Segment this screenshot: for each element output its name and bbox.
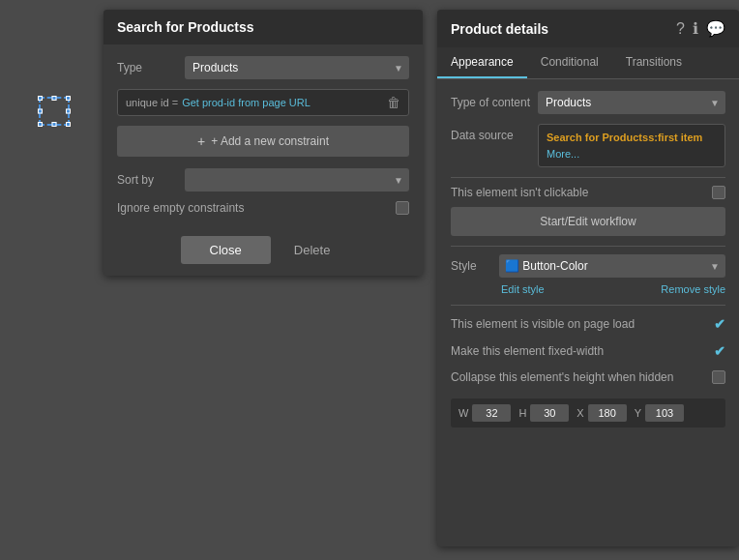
ignore-checkbox[interactable] [396,201,409,215]
divider-1 [451,177,725,178]
uid-label: unique id = [126,97,178,108]
fixed-check[interactable]: ✔ [714,343,725,359]
left-panel-header: Search for Productss [103,10,423,44]
delete-button[interactable]: Delete [279,236,346,264]
type-select[interactable]: Products [185,56,409,79]
chat-icon[interactable]: 💬 [706,19,725,38]
style-label: Style [451,259,499,273]
uid-delete-icon[interactable]: 🗑 [387,95,400,110]
handle-tr[interactable] [66,96,71,101]
style-select-wrapper: 🟦 Button-Color ▼ [499,254,725,278]
x-group: X [576,404,626,422]
sort-select[interactable] [185,168,409,192]
handle-bm[interactable] [52,122,57,127]
right-panel-title: Product details [451,21,548,37]
close-button[interactable]: Close [181,236,271,264]
data-source-text: Search for Productss:first item [547,132,702,143]
type-select-wrapper: Products ▼ [185,56,409,79]
visible-row: This element is visible on page load ✔ [451,313,725,335]
button-row: Close Delete [117,230,409,264]
sort-row: Sort by ▼ [117,168,409,192]
type-label: Type [117,61,185,74]
visible-check[interactable]: ✔ [714,316,725,332]
clickable-row: This element isn't clickable [451,186,725,199]
collapse-row: Collapse this element's height when hidd… [451,368,725,387]
y-input[interactable] [645,404,684,422]
start-workflow-button[interactable]: Start/Edit workflow [451,207,725,236]
right-panel: Product details ? ℹ 💬 Appearance Conditi… [437,10,739,546]
uid-value[interactable]: Get prod-id from page URL [182,97,387,108]
right-panel-header: Product details ? ℹ 💬 [437,10,739,47]
data-source-more[interactable]: More... [547,148,579,160]
w-input[interactable] [472,404,511,422]
type-of-content-select-wrapper: Products ▼ [538,91,725,114]
h-group: H [518,404,569,422]
add-constraint-button[interactable]: + + Add a new constraint [117,126,409,157]
left-panel-body: Type Products ▼ unique id = Get prod-id … [103,44,423,276]
add-constraint-label: + Add a new constraint [211,134,329,148]
coords-row: W H X Y [451,398,725,427]
header-icons: ? ℹ 💬 [676,19,725,38]
collapse-label: Collapse this element's height when hidd… [451,370,673,384]
style-row: Style 🟦 Button-Color ▼ [451,254,725,278]
tab-transitions[interactable]: Transitions [612,47,695,78]
fixed-row: Make this element fixed-width ✔ [451,340,725,362]
handle-rm[interactable] [66,109,71,114]
remove-style-button[interactable]: Remove style [661,283,725,295]
x-label: X [576,407,583,419]
w-label: W [458,407,468,419]
type-of-content-row: Type of content Products ▼ [451,91,725,114]
ignore-row: Ignore empty constraints [117,201,409,215]
tab-conditional[interactable]: Conditional [527,47,612,78]
h-label: H [518,407,526,419]
handle-bl[interactable] [38,122,43,127]
type-of-content-label: Type of content [451,91,538,109]
fixed-label: Make this element fixed-width [451,344,604,358]
tabs-row: Appearance Conditional Transitions [437,47,739,79]
collapse-toggle[interactable] [712,370,725,384]
handle-br[interactable] [66,122,71,127]
type-row: Type Products ▼ [117,56,409,79]
help-icon[interactable]: ? [676,20,685,38]
edit-remove-row: Edit style Remove style [451,283,725,295]
sort-select-wrapper: ▼ [185,168,409,192]
data-source-box[interactable]: Search for Productss:first item More... [538,124,725,167]
style-select[interactable]: 🟦 Button-Color [499,254,725,278]
y-label: Y [635,407,641,419]
data-source-row: Data source Search for Productss:first i… [451,124,725,167]
data-source-label: Data source [451,124,538,142]
visible-label: This element is visible on page load [451,317,635,331]
info-icon[interactable]: ℹ [693,19,698,38]
edit-style-button[interactable]: Edit style [501,283,545,295]
divider-2 [451,246,725,247]
right-panel-body: Type of content Products ▼ Data source S… [437,79,739,439]
divider-3 [451,305,725,306]
type-of-content-value: Products ▼ [538,91,725,114]
unique-id-row: unique id = Get prod-id from page URL 🗑 [117,89,409,116]
handle-lm[interactable] [38,109,43,114]
sort-label: Sort by [117,173,185,187]
tab-appearance[interactable]: Appearance [437,47,527,78]
plus-icon: + [197,133,205,149]
left-panel-title: Search for Productss [117,19,254,35]
w-group: W [458,404,511,422]
left-panel: Search for Productss Type Products ▼ uni… [103,10,423,276]
clickable-toggle[interactable] [712,186,725,199]
y-group: Y [635,404,684,422]
type-of-content-select[interactable]: Products [538,91,725,114]
x-input[interactable] [588,404,627,422]
selection-box [39,97,70,126]
handle-tm[interactable] [52,96,57,101]
ignore-label: Ignore empty constraints [117,201,396,215]
handle-tl[interactable] [38,96,43,101]
canvas-element [39,97,70,126]
clickable-label: This element isn't clickable [451,186,588,199]
h-input[interactable] [530,404,569,422]
